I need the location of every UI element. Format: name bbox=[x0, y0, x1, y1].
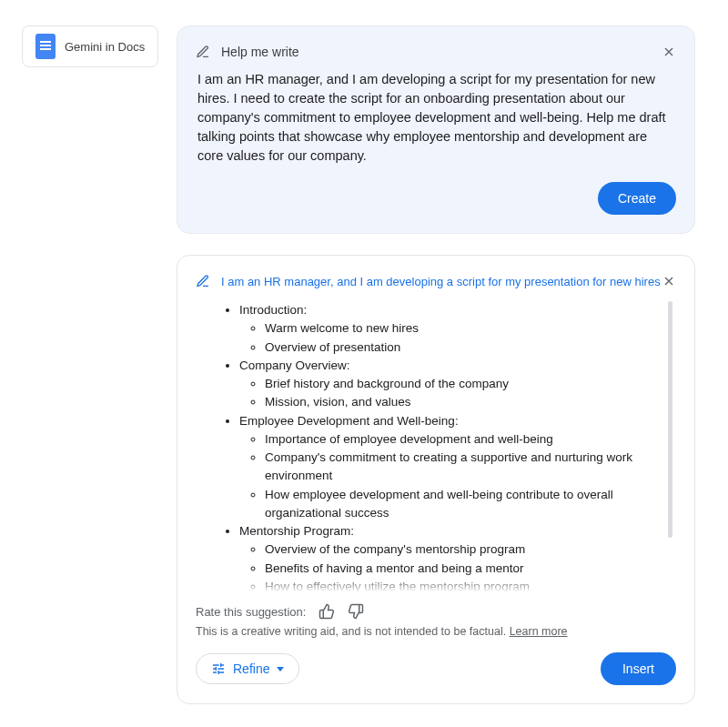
outline-item: Mission, vision, and values bbox=[265, 393, 667, 411]
docs-icon bbox=[35, 34, 56, 59]
input-panel-header: Help me write bbox=[196, 45, 676, 59]
input-title: Help me write bbox=[221, 45, 299, 59]
pen-icon bbox=[196, 45, 210, 59]
output-title: I am an HR manager, and I am developing … bbox=[221, 275, 661, 288]
outline-item: Company's commitment to creating a suppo… bbox=[265, 449, 667, 486]
disclaimer-text: This is a creative writing aid, and is n… bbox=[196, 625, 510, 638]
fade-overlay bbox=[196, 576, 676, 592]
outline-section: Introduction:Warm welcome to new hiresOv… bbox=[239, 301, 667, 357]
learn-more-link[interactable]: Learn more bbox=[510, 625, 568, 638]
rate-row: Rate this suggestion: bbox=[196, 603, 676, 620]
outline-section: Company Overview:Brief history and backg… bbox=[239, 357, 667, 412]
pen-icon bbox=[196, 274, 210, 288]
prompt-input[interactable]: I am an HR manager, and I am developing … bbox=[196, 68, 676, 182]
refine-button[interactable]: Refine bbox=[196, 653, 299, 684]
close-icon[interactable] bbox=[662, 45, 676, 59]
outline-item: How employee development and well-being … bbox=[265, 486, 667, 523]
gemini-chip[interactable]: Gemini in Docs bbox=[22, 25, 158, 67]
chip-label: Gemini in Docs bbox=[65, 40, 145, 54]
outline-item: Overview of the company's mentorship pro… bbox=[265, 540, 667, 559]
outline-section: Employee Development and Well-being:Impo… bbox=[239, 412, 667, 523]
close-icon[interactable] bbox=[662, 274, 676, 288]
output-header-left: I am an HR manager, and I am developing … bbox=[196, 274, 662, 288]
chevron-down-icon bbox=[277, 667, 284, 671]
outline-item: Importance of employee development and w… bbox=[265, 430, 667, 449]
outline-item: Benefits of having a mentor and being a … bbox=[265, 560, 667, 578]
create-row: Create bbox=[196, 182, 676, 215]
thumbs-up-icon[interactable] bbox=[318, 603, 335, 620]
refine-label: Refine bbox=[233, 661, 269, 676]
tune-icon bbox=[211, 661, 226, 676]
create-button[interactable]: Create bbox=[598, 182, 676, 215]
suggestion-panel: I am an HR manager, and I am developing … bbox=[177, 255, 695, 704]
disclaimer: This is a creative writing aid, and is n… bbox=[196, 625, 676, 638]
outline-list: Introduction:Warm welcome to new hiresOv… bbox=[223, 301, 667, 592]
scrollbar[interactable] bbox=[668, 301, 672, 538]
rate-label: Rate this suggestion: bbox=[196, 605, 306, 619]
outline-item: Warm welcome to new hires bbox=[265, 319, 667, 338]
insert-button[interactable]: Insert bbox=[601, 652, 676, 685]
suggestion-content[interactable]: Introduction:Warm welcome to new hiresOv… bbox=[196, 301, 676, 592]
header-left: Help me write bbox=[196, 45, 299, 59]
output-panel-header: I am an HR manager, and I am developing … bbox=[196, 274, 676, 288]
footer-row: Refine Insert bbox=[196, 652, 676, 685]
outline-item: Brief history and background of the comp… bbox=[265, 375, 667, 393]
thumbs-down-icon[interactable] bbox=[348, 603, 364, 620]
outline-item: Overview of presentation bbox=[265, 338, 667, 357]
help-me-write-panel: Help me write I am an HR manager, and I … bbox=[177, 25, 695, 234]
